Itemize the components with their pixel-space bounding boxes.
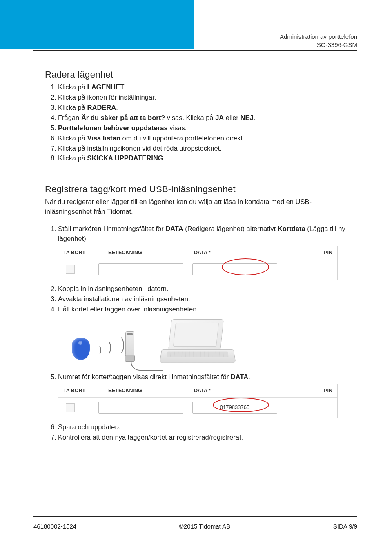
s1-step5: 5.Porttelefonen behöver uppdateras visas… [58,123,355,133]
page-header: Administration av porttelefon SO-3396-GS… [280,33,357,49]
footer-left: 46180002-1524 [33,523,76,530]
col-beteckning: BETECKNING [108,249,194,256]
laptop-icon [160,319,234,368]
s1-step7: 7.Klicka på inställningsikonen vid det r… [58,144,355,153]
usb-reader-illustration [70,317,234,370]
header-line1: Administration av porttelefon [280,33,357,41]
row-checkbox [66,265,75,274]
col-data: DATA * [194,249,296,256]
col-beteckning: BETECKNING [108,387,194,394]
rule-bottom [33,516,357,517]
col-pin: PIN [296,387,332,394]
col-data: DATA * [194,387,296,394]
ui-screenshot-empty: TA BORT BETECKNING DATA * PIN [58,246,338,280]
s2-step5: 5.Numret för kortet/taggen visas direkt … [58,372,355,418]
rule-top [33,50,357,51]
data-field-empty [192,263,277,275]
text-caret-icon [266,266,266,273]
header-line2: SO-3396-GSM [280,41,357,49]
data-field-filled: 0179833765 [192,402,277,414]
section1-title: Radera lägenhet [45,69,355,80]
s2-step2: 2.Koppla in inläsningsenheten i datorn. [58,284,355,294]
brand-color-block [0,0,194,49]
s1-step4: 4.Frågan Är du säker på att ta bort? vis… [58,113,355,123]
signal-waves-icon [94,340,123,359]
section2-intro: När du redigerar eller lägger till en lä… [45,197,355,217]
section2-steps: 1.Ställ markören i inmatningsfältet för … [45,224,355,442]
s2-step6: 6.Spara och uppdatera. [58,422,355,432]
s1-step6: 6.Klicka på Visa listan om du vill uppda… [58,133,355,143]
s2-step7: 7.Kontrollera att den nya taggen/kortet … [58,433,355,442]
col-pin: PIN [296,249,332,256]
beteckning-field [98,263,183,275]
section1-steps: 1.Klicka på LÄGENHET. 2.Klicka på ikonen… [45,82,355,163]
s2-step4: 4.Håll kortet eller taggen över inläsnin… [58,304,355,370]
content-area: Radera lägenhet 1.Klicka på LÄGENHET. 2.… [45,69,355,443]
s1-step1: 1.Klicka på LÄGENHET. [58,82,355,92]
beteckning-field [98,402,183,414]
footer-center: ©2015 Tidomat AB [179,523,230,530]
section2-title: Registrera tagg/kort med USB-inläsningse… [45,184,355,195]
col-tabort: TA BORT [63,387,108,394]
footer-right: SIDA 9/9 [333,523,357,530]
row-checkbox [66,403,75,412]
page-footer: 46180002-1524 ©2015 Tidomat AB SIDA 9/9 [33,523,357,530]
ui-screenshot-filled: TA BORT BETECKNING DATA * PIN 0179833765 [58,384,338,418]
usb-reader-icon [125,331,135,362]
usb-cable-icon [131,359,163,371]
s2-step1: 1.Ställ markören i inmatningsfältet för … [58,224,355,280]
document-page: Administration av porttelefon SO-3396-GS… [0,0,392,542]
col-tabort: TA BORT [63,249,108,256]
s1-step3: 3.Klicka på RADERA. [58,103,355,113]
s1-step8: 8.Klicka på SKICKA UPPDATERING. [58,153,355,163]
s1-step2: 2.Klicka på ikonen för inställningar. [58,93,355,102]
rfid-tag-icon [72,338,90,360]
s2-step3: 3.Avvakta installationen av inläsningsen… [58,294,355,304]
